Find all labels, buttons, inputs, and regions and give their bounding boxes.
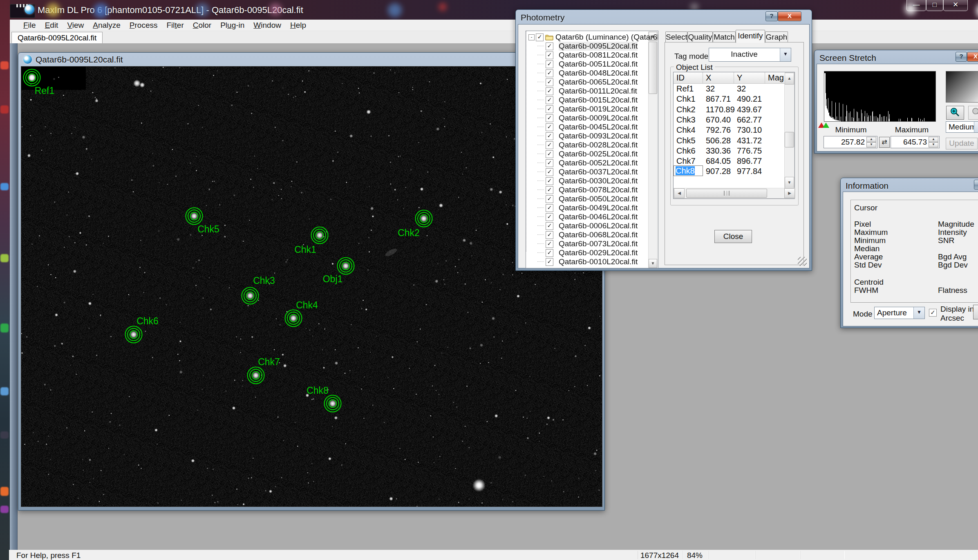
- menu-edit[interactable]: Edit: [40, 21, 63, 30]
- spin-down-icon[interactable]: ▼: [866, 142, 876, 147]
- tree-file-label[interactable]: Qatar6b-0045L20cal.fit: [559, 123, 638, 132]
- tree-checkbox[interactable]: ✓: [546, 78, 553, 86]
- dialog-close-icon[interactable]: X: [967, 52, 978, 62]
- aperture-marker-obj1[interactable]: [336, 257, 355, 275]
- table-row[interactable]: Chk4792.76730.10: [674, 125, 785, 135]
- tree-file-label[interactable]: Qatar6b-0068L20cal.fit: [559, 230, 638, 239]
- chevron-down-icon[interactable]: ▼: [780, 48, 791, 61]
- help-button[interactable]: ?: [765, 11, 778, 21]
- file-tree[interactable]: ▲ ▼ -✓Qatar6b (Luminance) (Qatar6b)✓Qata…: [526, 31, 658, 268]
- tree-checkbox[interactable]: ✓: [546, 177, 553, 185]
- tree-checkbox[interactable]: ✓: [536, 33, 544, 41]
- tree-checkbox[interactable]: ✓: [546, 186, 553, 194]
- tree-checkbox[interactable]: ✓: [546, 159, 553, 167]
- menu-view[interactable]: View: [63, 21, 88, 30]
- screen-stretch-window[interactable]: Screen Stretch ? X Minimum Maximum 257.8…: [814, 50, 978, 154]
- tree-checkbox[interactable]: ✓: [546, 123, 553, 131]
- tree-checkbox[interactable]: ✓: [546, 231, 553, 239]
- tab-identify[interactable]: Identify: [736, 30, 765, 43]
- aperture-marker-chk3[interactable]: [241, 286, 260, 305]
- tag-mode-select[interactable]: Inactive ▼: [709, 48, 791, 62]
- aperture-marker-chk7[interactable]: [246, 366, 265, 385]
- tree-checkbox[interactable]: ✓: [546, 150, 553, 158]
- scroll-down-icon[interactable]: ▼: [649, 259, 657, 268]
- tree-file-label[interactable]: Qatar6b-0049L20cal.fit: [559, 203, 638, 212]
- help-button[interactable]: ?: [956, 52, 967, 62]
- aperture-marker-chk8[interactable]: [323, 394, 342, 413]
- aperture-marker-ref1[interactable]: [22, 68, 41, 87]
- tree-scroll-thumb[interactable]: [649, 42, 657, 94]
- calibrate-button[interactable]: C: [973, 305, 978, 319]
- menu-file[interactable]: File: [19, 21, 40, 30]
- tree-file-label[interactable]: Qatar6b-0078L20cal.fit: [559, 185, 638, 194]
- tree-checkbox[interactable]: ✓: [546, 240, 553, 248]
- information-window[interactable]: Information ? CursorPixelMaximumMinimumM…: [840, 178, 978, 328]
- tree-file-label[interactable]: Qatar6b-0015L20cal.fit: [559, 96, 638, 105]
- scroll-left-icon[interactable]: ◀: [674, 188, 685, 198]
- resize-grip[interactable]: [798, 257, 807, 266]
- photometry-dialog[interactable]: Photometry ? X ▲ ▼ -✓Qatar6b (Luminance)…: [515, 9, 812, 271]
- tree-checkbox[interactable]: ✓: [546, 258, 553, 266]
- tree-file-label[interactable]: Qatar6b-0006L20cal.fit: [559, 221, 638, 230]
- tree-checkbox[interactable]: ✓: [546, 42, 553, 50]
- id-edit-field[interactable]: Chk8: [674, 165, 703, 176]
- tree-checkbox[interactable]: ✓: [546, 96, 553, 104]
- table-row[interactable]: Chk6330.36776.75: [674, 146, 785, 156]
- table-hscroll-thumb[interactable]: [686, 189, 767, 198]
- table-row[interactable]: Chk21170.89439.67: [674, 105, 785, 115]
- tree-checkbox[interactable]: ✓: [546, 213, 553, 221]
- tree-checkbox[interactable]: ✓: [546, 168, 553, 176]
- tree-collapse-icon[interactable]: -: [528, 34, 535, 40]
- table-row[interactable]: Chk7684.05896.77: [674, 156, 785, 166]
- column-header-x[interactable]: X: [703, 72, 734, 84]
- tree-checkbox[interactable]: ✓: [546, 60, 553, 68]
- swap-min-max-button[interactable]: ⇄: [879, 137, 890, 148]
- tab-graph[interactable]: Graph: [765, 31, 788, 42]
- tree-checkbox[interactable]: ✓: [546, 87, 553, 95]
- column-header-mag[interactable]: Mag: [765, 72, 785, 84]
- tree-checkbox[interactable]: ✓: [546, 105, 553, 113]
- tree-file-label[interactable]: Qatar6b-0095L20cal.fit: [559, 42, 638, 51]
- tree-file-label[interactable]: Qatar6b-0030L20cal.fit: [559, 176, 638, 185]
- tree-checkbox[interactable]: ✓: [546, 249, 553, 257]
- tree-file-label[interactable]: Qatar6b-0081L20cal.fit: [559, 51, 638, 60]
- aperture-marker-chk4[interactable]: [284, 309, 303, 328]
- chevron-down-icon[interactable]: ▼: [974, 122, 978, 132]
- tree-file-label[interactable]: Qatar6b-0029L20cal.fit: [559, 248, 638, 257]
- tree-file-label[interactable]: Qatar6b-0093L20cal.fit: [559, 132, 638, 141]
- document-tab[interactable]: Qatar6b-0095L20cal.fit: [11, 32, 103, 43]
- menu-plug-in[interactable]: Plug-in: [216, 21, 249, 30]
- tab-quality[interactable]: Quality: [687, 31, 713, 42]
- tree-file-label[interactable]: Qatar6b-0037L20cal.fit: [559, 167, 638, 176]
- spin-down-icon[interactable]: ▼: [929, 142, 938, 147]
- menu-analyze[interactable]: Analyze: [88, 21, 125, 30]
- max-marker-icon[interactable]: [823, 123, 829, 128]
- object-table[interactable]: ▲ ▼ ◀ ▶ IDXYMagRef13232Chk1867.71490.21C…: [673, 72, 795, 199]
- scroll-right-icon[interactable]: ▶: [784, 188, 795, 198]
- table-row[interactable]: Ref13232: [674, 84, 785, 94]
- maximize-button[interactable]: □: [926, 0, 943, 11]
- menu-window[interactable]: Window: [249, 21, 286, 30]
- chevron-down-icon[interactable]: ▼: [913, 307, 924, 319]
- aperture-marker-chk1[interactable]: [310, 226, 329, 245]
- table-row[interactable]: Chk8907.28977.84: [674, 166, 785, 176]
- tree-file-label[interactable]: Qatar6b-0073L20cal.fit: [559, 239, 638, 248]
- stretch-mode-select[interactable]: Medium ▼: [946, 121, 978, 133]
- menu-process[interactable]: Process: [125, 21, 162, 30]
- tree-checkbox[interactable]: ✓: [546, 69, 553, 77]
- tree-scrollbar[interactable]: ▲ ▼: [648, 31, 658, 268]
- menu-help[interactable]: Help: [286, 21, 311, 30]
- tree-file-label[interactable]: Qatar6b-0019L20cal.fit: [559, 105, 638, 114]
- tree-file-label[interactable]: Qatar6b-0046L20cal.fit: [559, 212, 638, 221]
- table-row[interactable]: Chk1867.71490.21: [674, 94, 785, 104]
- mode-select[interactable]: Aperture ▼: [874, 307, 925, 319]
- scroll-up-icon[interactable]: ▲: [785, 73, 794, 85]
- menu-filter[interactable]: Filter: [162, 21, 188, 30]
- tab-match[interactable]: Match: [713, 31, 736, 42]
- table-vscroll-thumb[interactable]: [785, 132, 794, 147]
- tree-checkbox[interactable]: ✓: [546, 132, 553, 140]
- update-button[interactable]: Update: [946, 138, 978, 149]
- tree-checkbox[interactable]: ✓: [546, 195, 553, 203]
- tree-file-label[interactable]: Qatar6b-0025L20cal.fit: [559, 149, 638, 158]
- tree-checkbox[interactable]: ✓: [546, 141, 553, 149]
